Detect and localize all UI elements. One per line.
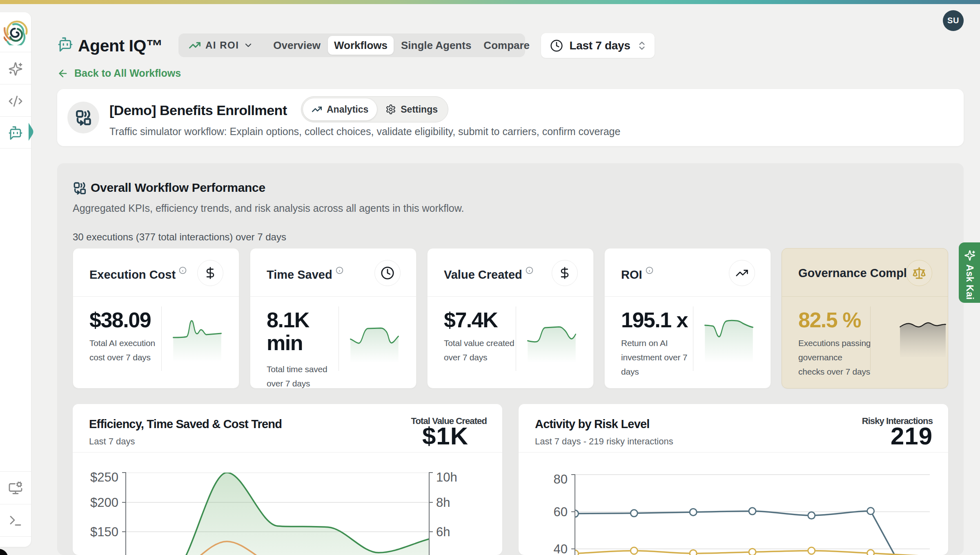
svg-text:$150: $150 — [90, 525, 118, 539]
svg-text:80: 80 — [554, 472, 568, 486]
svg-text:$200: $200 — [90, 495, 118, 510]
svg-text:40: 40 — [554, 542, 568, 555]
svg-text:$250: $250 — [90, 470, 118, 484]
svg-text:8h: 8h — [436, 495, 450, 510]
svg-text:60: 60 — [554, 505, 568, 519]
svg-text:6h: 6h — [436, 525, 450, 539]
svg-text:10h: 10h — [436, 470, 457, 484]
